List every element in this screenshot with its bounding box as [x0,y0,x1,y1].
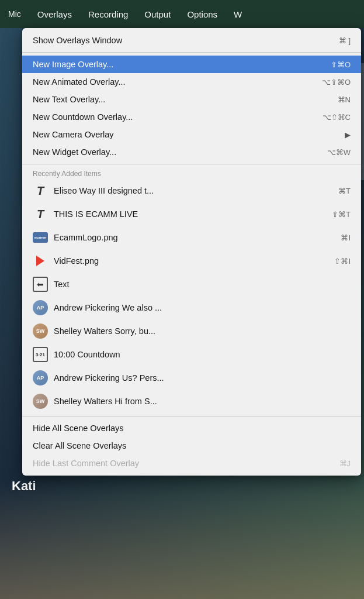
menu-item-label: Shelley Walters Sorry, bu... [54,326,155,336]
menubar-item-w[interactable]: W [226,0,250,28]
recently-added-section-header: Recently Added Items [22,167,361,179]
avatar-andrew-pickering-icon: AP [33,300,48,315]
menu-item-label: VidFest.png [54,256,99,266]
menu-item-shortcut: ⇧⌘T [332,210,351,219]
avatar-andrew-pickering-2-icon: AP [33,370,48,385]
menu-item-label: Hide All Scene Overlays [33,424,124,433]
menu-item-new-countdown-overlay[interactable]: New Countdown Overlay... ⌥⇧⌘C [22,108,361,126]
menu-item-show-overlays-window[interactable]: Show Overlays Window ⌘ ] [22,32,361,49]
text-italic-icon-2: T [33,206,48,222]
menu-item-new-text-overlay[interactable]: New Text Overlay... ⌘N [22,91,361,108]
menu-item-shortcut: ⌥⇧⌘C [323,113,351,122]
menu-bar: Mic Overlays Recording Output Options W [0,0,364,28]
menu-item-label: EcammLogo.png [54,233,118,242]
menu-item-label: Show Overlays Window [33,36,122,45]
menu-item-new-animated-overlay[interactable]: New Animated Overlay... ⌥⇧⌘O [22,73,361,91]
menu-item-label: Shelley Walters Hi from S... [54,397,157,406]
menu-item-shelley-walters-1[interactable]: SW Shelley Walters Sorry, bu... [22,319,361,343]
menu-item-label: New Camera Overlay [33,130,114,139]
menubar-item-output[interactable]: Output [136,0,179,28]
menu-item-label: Andrew Pickering We also ... [54,303,162,312]
menu-item-vidfest[interactable]: VidFest.png ⇧⌘I [22,249,361,273]
menu-separator-2 [22,164,361,164]
menu-item-this-is-ecamm-live[interactable]: T THIS IS ECAMM LIVE ⇧⌘T [22,202,361,226]
menu-item-label: New Widget Overlay... [33,147,116,157]
menu-item-hide-last-comment-overlay[interactable]: Hide Last Comment Overlay ⌘J [22,455,361,472]
ecamm-logo-icon: ecamm [33,230,48,245]
menu-item-shortcut: ⌘J [339,459,351,468]
menu-item-shortcut: ⌥⇧⌘O [322,78,351,87]
text-italic-icon: T [33,183,48,198]
menubar-item-overlays[interactable]: Overlays [29,0,80,28]
menu-item-eliseo-way[interactable]: T Eliseo Way III designed t... ⌘T [22,179,361,202]
menu-item-label: New Text Overlay... [33,95,105,104]
menu-item-shortcut: ⇧⌘O [331,60,351,69]
menu-item-andrew-pickering-2[interactable]: AP Andrew Pickering Us? Pers... [22,366,361,390]
menu-item-new-camera-overlay[interactable]: New Camera Overlay ▶ [22,126,361,143]
menu-item-ecamm-logo[interactable]: ecamm EcammLogo.png ⌘I [22,226,361,249]
bottom-label: Kati [12,478,36,494]
menu-item-andrew-pickering-1[interactable]: AP Andrew Pickering We also ... [22,296,361,319]
background-overlay [0,482,364,599]
menu-item-shortcut: ⌥⌘W [327,148,351,157]
menu-item-label: New Animated Overlay... [33,77,126,87]
menu-item-label: New Image Overlay... [33,60,113,69]
menu-item-shelley-walters-2[interactable]: SW Shelley Walters Hi from S... [22,390,361,413]
menu-item-shortcut: ⌘N [338,95,351,104]
menubar-item-mic[interactable]: Mic [0,0,29,28]
menu-item-label: 10:00 Countdown [54,350,120,359]
menu-item-label: Hide Last Comment Overlay [33,459,139,468]
overlays-dropdown-menu: Show Overlays Window ⌘ ] New Image Overl… [22,28,361,476]
menu-item-label: THIS IS ECAMM LIVE [54,209,138,219]
menu-item-label: Clear All Scene Overlays [33,441,126,450]
avatar-shelley-walters-icon: SW [33,323,48,339]
menu-item-new-image-overlay[interactable]: New Image Overlay... ⇧⌘O [22,56,361,73]
menu-item-label: New Countdown Overlay... [33,112,133,122]
vidfest-icon [33,253,48,268]
countdown-icon: 3:21 [33,347,48,362]
menu-item-new-widget-overlay[interactable]: New Widget Overlay... ⌥⌘W [22,143,361,161]
avatar-shelley-walters-2-icon: SW [33,394,48,409]
menubar-item-recording[interactable]: Recording [80,0,136,28]
menu-item-shortcut: ⌘I [341,233,351,242]
menu-item-shortcut: ⌘ ] [339,36,351,45]
menu-item-shortcut: ⌘T [338,187,351,195]
menu-item-text[interactable]: ⬅ Text [22,273,361,296]
menu-item-clear-all-scene-overlays[interactable]: Clear All Scene Overlays [22,437,361,455]
menu-item-label: Eliseo Way III designed t... [54,186,154,195]
menu-separator-1 [22,52,361,53]
menu-item-label: Andrew Pickering Us? Pers... [54,373,164,383]
submenu-chevron-icon: ▶ [345,130,351,139]
menu-separator-3 [22,416,361,416]
arrow-back-icon: ⬅ [33,277,48,292]
menu-item-label: Text [54,280,70,289]
menubar-item-options[interactable]: Options [179,0,226,28]
menu-item-hide-all-scene-overlays[interactable]: Hide All Scene Overlays [22,419,361,437]
menu-item-shortcut: ⇧⌘I [334,257,351,266]
menu-item-countdown[interactable]: 3:21 10:00 Countdown [22,343,361,366]
